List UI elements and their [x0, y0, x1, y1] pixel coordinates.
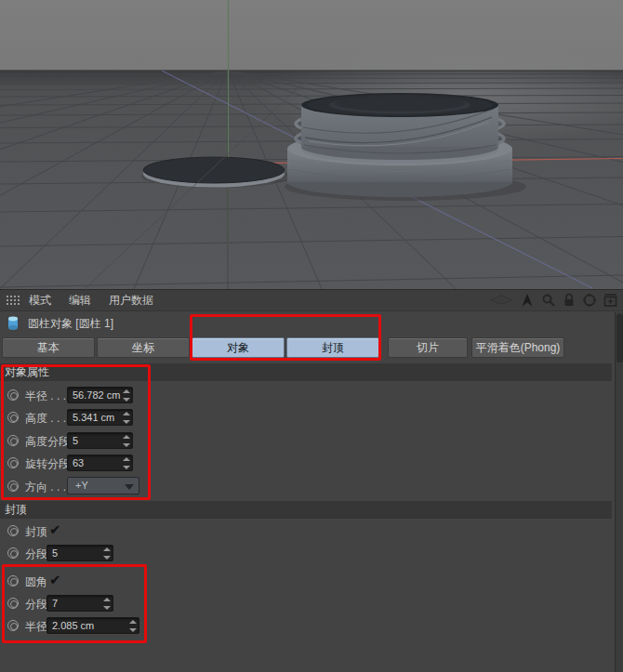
param-row-caps-toggle: 封顶 ✔	[0, 520, 609, 542]
keyframe-dot-icon[interactable]	[7, 525, 19, 536]
param-label: 方向 . . .	[25, 480, 66, 495]
tab-caps[interactable]: 封顶	[286, 337, 379, 358]
keyframe-dot-icon[interactable]	[7, 412, 19, 423]
keyframe-dot-icon[interactable]	[7, 547, 19, 559]
object-header: 圆柱对象 [圆柱 1]	[0, 312, 612, 336]
value-stepper[interactable]	[102, 547, 111, 560]
cursor-mode-icon[interactable]	[520, 293, 535, 308]
param-row-fillet-toggle: 圆角 ✔	[0, 570, 609, 592]
param-row-radius: 半径 . . . 56.782 cm	[0, 384, 609, 406]
keyframe-dot-icon[interactable]	[7, 598, 19, 609]
param-row-rotation-segments: 旋转分段 63	[0, 452, 609, 474]
keyframe-dot-icon[interactable]	[7, 457, 19, 468]
chevron-down-icon	[125, 484, 134, 490]
tab-object[interactable]: 对象	[192, 337, 285, 358]
value-stepper[interactable]	[128, 620, 137, 632]
fillet-checkbox[interactable]: ✔	[49, 572, 61, 588]
rotation-segments-value: 63	[73, 457, 84, 468]
param-label: 分段	[25, 547, 47, 562]
value-stepper[interactable]	[122, 457, 130, 469]
cylinder-object-3d[interactable]	[285, 93, 526, 201]
caps-segments-field[interactable]: 5	[46, 545, 113, 561]
panel-scrollbar[interactable]	[615, 312, 623, 672]
value-stepper[interactable]	[122, 435, 130, 447]
lock-icon[interactable]	[563, 293, 576, 308]
disc-object[interactable]	[141, 157, 292, 188]
search-icon[interactable]	[541, 293, 556, 308]
keyframe-dot-icon[interactable]	[7, 575, 19, 586]
fillet-radius-field[interactable]: 2.085 cm	[46, 617, 139, 634]
viewport-scene	[0, 0, 623, 289]
radius-field[interactable]: 56.782 cm	[67, 387, 133, 403]
keyframe-dot-icon[interactable]	[7, 435, 19, 446]
orientation-value: +Y	[75, 480, 88, 491]
fillet-radius-value: 2.085 cm	[52, 620, 94, 631]
new-panel-icon[interactable]	[603, 293, 617, 308]
tab-basic[interactable]: 基本	[2, 337, 95, 358]
sync-icon[interactable]	[582, 293, 597, 308]
param-label: 圆角	[25, 574, 47, 590]
param-row-caps-segments: 分段 5	[0, 542, 609, 564]
height-segments-field[interactable]: 5	[67, 432, 133, 449]
fillet-segments-value: 7	[52, 598, 58, 609]
radius-value: 56.782 cm	[73, 389, 120, 401]
cinema4d-window: 模式 编辑 用户数据	[0, 0, 623, 672]
attribute-manager-panel: 模式 编辑 用户数据	[0, 289, 623, 672]
param-label: 旋转分段	[25, 456, 70, 472]
height-value: 5.341 cm	[73, 412, 114, 423]
param-label: 半径	[25, 619, 47, 635]
height-field[interactable]: 5.341 cm	[67, 409, 133, 426]
orientation-dropdown[interactable]: +Y	[67, 477, 139, 494]
value-stepper[interactable]	[122, 412, 130, 424]
param-label: 半径 . . .	[25, 389, 66, 404]
cylinder-object-icon	[7, 315, 20, 334]
tab-slice[interactable]: 切片	[388, 337, 468, 358]
param-row-height-segments: 高度分段 5	[0, 429, 609, 452]
menu-mode[interactable]: 模式	[29, 293, 51, 309]
object-title: 圆柱对象 [圆柱 1]	[28, 316, 113, 332]
nav-widget-icon	[489, 294, 513, 307]
attribute-menubar: 模式 编辑 用户数据	[0, 290, 623, 311]
tab-coord[interactable]: 坐标	[97, 337, 190, 358]
keyframe-dot-icon[interactable]	[7, 481, 19, 492]
rotation-segments-field[interactable]: 63	[67, 455, 133, 471]
value-stepper[interactable]	[102, 598, 111, 610]
menu-userdata[interactable]: 用户数据	[109, 293, 153, 309]
section-header-caps[interactable]: 封顶	[0, 501, 612, 519]
fillet-segments-field[interactable]: 7	[46, 595, 113, 612]
panel-drag-handle-icon[interactable]	[6, 295, 20, 306]
param-row-height: 高度 . . . 5.341 cm	[0, 406, 609, 428]
param-label: 高度 . . .	[25, 411, 66, 427]
param-label: 封顶	[25, 524, 47, 540]
caps-checkbox[interactable]: ✔	[49, 521, 61, 538]
menu-edit[interactable]: 编辑	[69, 293, 91, 309]
param-row-fillet-segments: 分段 7	[0, 592, 609, 614]
keyframe-dot-icon[interactable]	[7, 620, 19, 631]
tab-phong[interactable]: 平滑着色(Phong)	[471, 337, 564, 358]
param-label: 分段	[25, 597, 47, 613]
viewport-3d[interactable]	[0, 0, 623, 289]
param-label: 高度分段	[25, 434, 70, 450]
caps-segments-value: 5	[52, 547, 58, 559]
height-segments-value: 5	[73, 435, 78, 446]
scrollbar-thumb[interactable]	[616, 314, 623, 362]
param-row-fillet-radius: 半径 2.085 cm	[0, 614, 609, 637]
param-row-orientation: 方向 . . . +Y	[0, 475, 609, 497]
keyframe-dot-icon[interactable]	[7, 389, 19, 401]
section-header-object-props[interactable]: 对象属性	[0, 363, 612, 381]
value-stepper[interactable]	[122, 389, 130, 402]
